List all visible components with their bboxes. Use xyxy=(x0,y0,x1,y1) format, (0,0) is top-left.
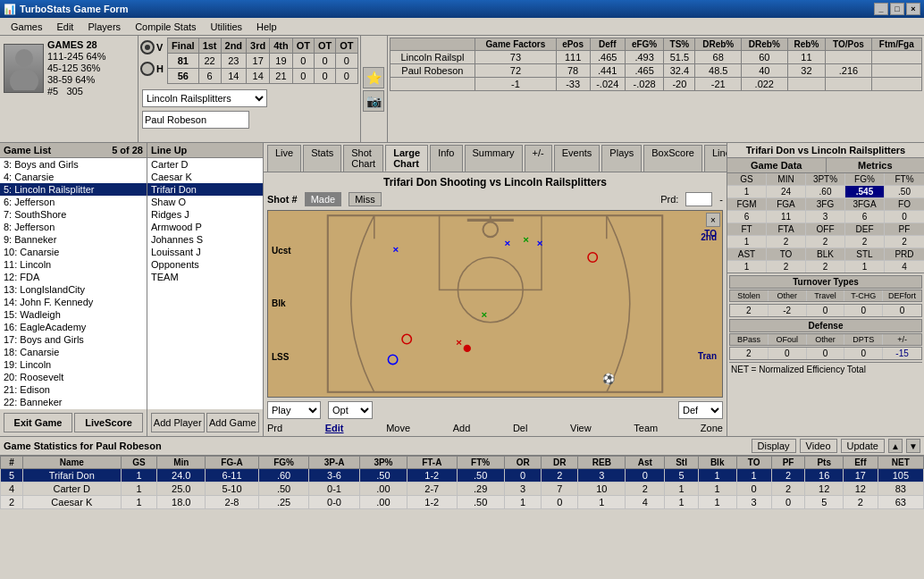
lineup-caesar[interactable]: Caesar K xyxy=(147,171,263,183)
lineup-list[interactable]: Carter D Caesar K Trifari Don Shaw O Rid… xyxy=(147,158,263,409)
miss-button[interactable]: Miss xyxy=(349,192,382,206)
chart-close-button[interactable]: × xyxy=(706,213,720,227)
menu-utilities[interactable]: Utilities xyxy=(204,20,249,34)
game-list-item-21[interactable]: 21: Edison xyxy=(0,383,147,396)
add-game-button[interactable]: Add Game xyxy=(206,413,260,432)
lineup-louissant[interactable]: Louissant J xyxy=(147,246,263,258)
h-radio[interactable] xyxy=(140,62,155,76)
tab-lineups[interactable]: Lineups xyxy=(704,145,727,172)
gf-row3-f7: .022 xyxy=(742,78,788,91)
deffort-val: 0 xyxy=(883,305,921,316)
lineup-ridges[interactable]: Ridges J xyxy=(147,208,263,221)
game-list-item-8[interactable]: 8: Jefferson xyxy=(0,221,147,233)
fga-header: FGA xyxy=(767,198,806,210)
menu-help[interactable]: Help xyxy=(249,20,284,34)
team-select[interactable]: Lincoln Railsplitters xyxy=(142,89,267,107)
add-player-button[interactable]: Add Player xyxy=(151,413,205,432)
game-list-item-12[interactable]: 12: FDA xyxy=(0,271,147,283)
lineup-team[interactable]: TEAM xyxy=(147,271,263,283)
game-list-item-20[interactable]: 20: Roosevelt xyxy=(0,371,147,383)
minimize-button[interactable]: _ xyxy=(874,3,888,15)
tab-plays[interactable]: Plays xyxy=(601,145,642,172)
tab-info[interactable]: Info xyxy=(430,145,462,172)
table-row-caesar[interactable]: 2 Caesar K 1 18.0 2-8 .25 0-0 .00 1-2 .5… xyxy=(1,496,924,509)
play-select[interactable]: Play xyxy=(267,401,321,419)
made-button[interactable]: Made xyxy=(305,192,342,206)
def-select[interactable]: Def xyxy=(678,401,723,419)
menu-compile-stats[interactable]: Compile Stats xyxy=(128,20,203,34)
star-icon-btn[interactable]: ⭐ xyxy=(363,67,384,88)
table-row-carter[interactable]: 4 Carter D 1 25.0 5-10 .50 0-1 .00 2-7 .… xyxy=(1,482,924,496)
row1-name: Trifari Don xyxy=(22,469,121,482)
gf-row3-f5: -20 xyxy=(664,78,695,91)
col-ftpct: FT% xyxy=(457,457,504,469)
gf-row1-f3: .465 xyxy=(590,51,625,64)
gf-row1-f7: 60 xyxy=(742,51,788,64)
game-list-item-14[interactable]: 14: John F. Kennedy xyxy=(0,296,147,308)
gf-row3-f3: -.024 xyxy=(590,78,625,91)
game-list-item-19[interactable]: 19: Lincoln xyxy=(0,358,147,371)
svg-text:×: × xyxy=(393,244,399,255)
game-list-item-16[interactable]: 16: EagleAcademy xyxy=(0,321,147,333)
tab-shot-chart[interactable]: Shot Chart xyxy=(343,145,383,172)
col-ot3: OT xyxy=(336,38,357,54)
scroll-down-button[interactable]: ▼ xyxy=(906,439,920,453)
game-list-item-4[interactable]: 4: Canarsie xyxy=(0,171,147,183)
lineup-trifari[interactable]: Trifari Don xyxy=(147,183,263,196)
menu-players[interactable]: Players xyxy=(80,20,128,34)
game-list-item-5[interactable]: 5: Lincoln Railsplitter xyxy=(0,183,147,196)
tab-plusminus[interactable]: +/- xyxy=(525,145,552,172)
game-list-item-15[interactable]: 15: Wadleigh xyxy=(0,308,147,321)
turnover-defense-area: Turnover Types Stolen Other Travel T-CHG… xyxy=(727,273,924,378)
center-panel: Live Stats Shot Chart Large Chart Info S… xyxy=(264,143,727,436)
table-row-trifari[interactable]: 5 Trifari Don 1 24.0 6-11 .60 3-6 .50 1-… xyxy=(1,469,924,482)
game-list-item-6[interactable]: 6: Jefferson xyxy=(0,196,147,208)
update-button[interactable]: Update xyxy=(841,439,885,453)
maximize-button[interactable]: □ xyxy=(890,3,904,15)
game-list-item-3[interactable]: 3: Boys and Girls xyxy=(0,158,147,171)
game-list-scroll[interactable]: 3: Boys and Girls 4: Canarsie 5: Lincoln… xyxy=(0,158,147,409)
game-list-item-11[interactable]: 11: Lincoln xyxy=(0,258,147,271)
tab-events[interactable]: Events xyxy=(554,145,601,172)
camera-icon-btn[interactable]: 📷 xyxy=(363,90,384,112)
lineup-opponents[interactable]: Opponents xyxy=(147,258,263,271)
livescore-button[interactable]: LiveScore xyxy=(74,413,143,432)
row3-tppct: .00 xyxy=(359,496,407,509)
game-list-item-7[interactable]: 7: SouthShore xyxy=(0,208,147,221)
tab-large-chart[interactable]: Large Chart xyxy=(385,145,428,172)
menu-games[interactable]: Games xyxy=(4,20,49,34)
game-list-item-17[interactable]: 17: Boys and Girls xyxy=(0,333,147,346)
lineup-shaw[interactable]: Shaw O xyxy=(147,196,263,208)
close-button[interactable]: × xyxy=(906,3,920,15)
lineup-armwood[interactable]: Armwood P xyxy=(147,221,263,233)
bpass-header: BPass xyxy=(730,334,769,345)
edit-link[interactable]: Edit xyxy=(325,423,344,433)
bottom-table-container[interactable]: # Name GS Min FG-A FG% 3P-A 3P% FT-A FT%… xyxy=(0,456,924,579)
prd-input[interactable] xyxy=(685,192,712,206)
game-list-item-22[interactable]: 22: Banneker xyxy=(0,396,147,408)
v-radio[interactable] xyxy=(140,40,155,55)
tab-boxscore[interactable]: BoxScore xyxy=(643,145,702,172)
opt-select[interactable]: Opt xyxy=(328,401,373,419)
scroll-up-button[interactable]: ▲ xyxy=(888,439,903,453)
lineup-johannes[interactable]: Johannes S xyxy=(147,233,263,246)
gf-row3-f8 xyxy=(787,78,826,91)
game-list-item-13[interactable]: 13: LongIslandCity xyxy=(0,283,147,296)
menu-edit[interactable]: Edit xyxy=(49,20,80,34)
tab-stats[interactable]: Stats xyxy=(303,145,341,172)
game-list-item-18[interactable]: 18: Canarsie xyxy=(0,346,147,358)
display-button[interactable]: Display xyxy=(752,439,796,453)
gf-row1-team: Lincoln Railspl xyxy=(390,51,475,64)
stats-row4-headers: AST TO BLK STL PRD xyxy=(727,248,924,261)
gf-col-factors: Game Factors xyxy=(475,38,556,51)
lineup-buttons: Add Player Add Game xyxy=(147,409,263,436)
tab-summary[interactable]: Summary xyxy=(465,145,523,172)
game-list-item-9[interactable]: 9: Banneker xyxy=(0,233,147,246)
player-name-field[interactable] xyxy=(142,111,249,129)
bottom-display-row: Game Statistics for Paul Robeson Display… xyxy=(0,437,924,456)
tab-live[interactable]: Live xyxy=(267,145,301,172)
game-list-item-10[interactable]: 10: Canarsie xyxy=(0,246,147,258)
exit-game-button[interactable]: Exit Game xyxy=(4,413,72,432)
video-button[interactable]: Video xyxy=(800,439,837,453)
lineup-carter[interactable]: Carter D xyxy=(147,158,263,171)
